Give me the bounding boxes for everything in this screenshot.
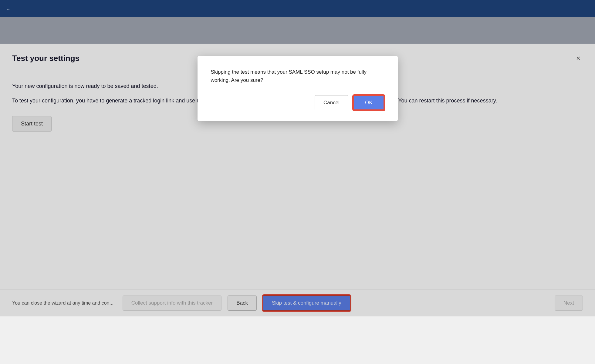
dialog-message: Skipping the test means that your SAML S… — [211, 68, 384, 84]
top-nav-bar: ⌄ — [0, 0, 595, 17]
confirmation-dialog: Skipping the test means that your SAML S… — [198, 56, 398, 121]
dialog-overlay: Skipping the test means that your SAML S… — [0, 44, 595, 316]
main-content-area: Test your settings × Your new configurat… — [0, 44, 595, 316]
dialog-ok-button[interactable]: OK — [353, 95, 384, 110]
sub-header-bar — [0, 17, 595, 44]
dialog-actions: Cancel OK — [211, 95, 384, 110]
dialog-cancel-button[interactable]: Cancel — [315, 95, 348, 110]
nav-chevron-icon[interactable]: ⌄ — [6, 5, 11, 12]
